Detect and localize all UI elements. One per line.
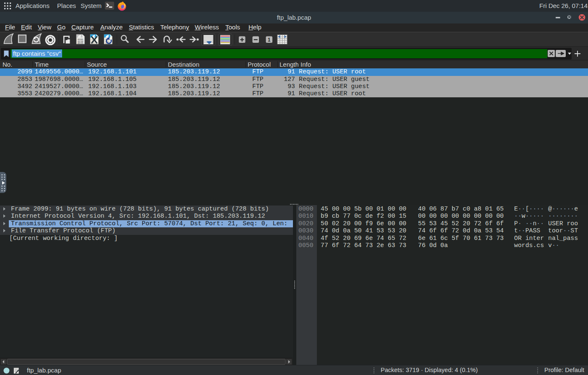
svg-text:0111: 0111: [78, 42, 84, 45]
svg-text:1: 1: [268, 37, 271, 43]
